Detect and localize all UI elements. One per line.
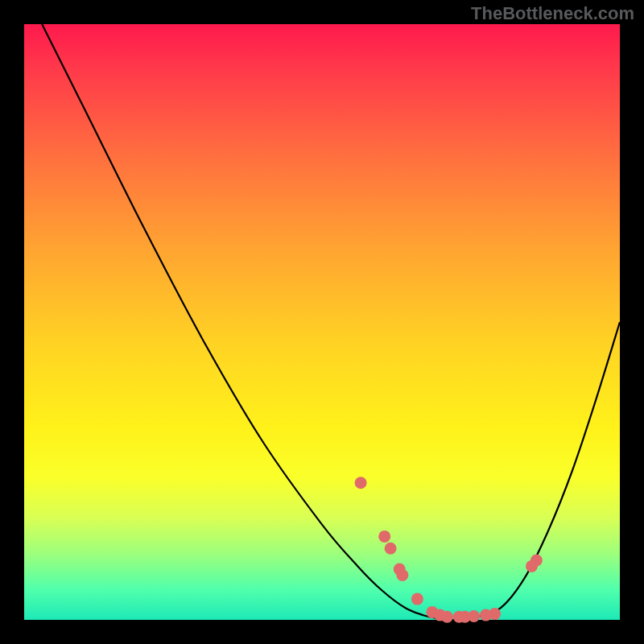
config-marker	[530, 555, 543, 567]
config-marker	[468, 610, 480, 622]
marker-group	[355, 477, 543, 623]
config-marker	[385, 543, 397, 555]
config-marker	[411, 593, 423, 605]
config-marker	[355, 477, 367, 489]
bottleneck-curve	[42, 24, 620, 620]
curve-svg	[24, 24, 620, 620]
watermark-text: TheBottleneck.com	[471, 3, 634, 24]
chart-frame: TheBottleneck.com	[0, 0, 644, 644]
config-marker	[396, 569, 408, 581]
plot-area	[24, 24, 620, 620]
config-marker	[378, 530, 390, 543]
config-marker	[441, 611, 453, 623]
config-marker	[489, 608, 501, 620]
